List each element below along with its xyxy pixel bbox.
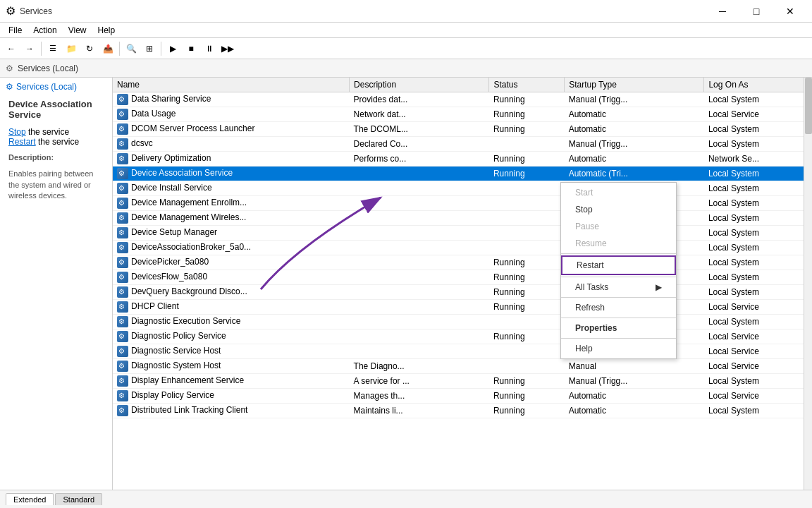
minimize-button[interactable]: ─	[706, 0, 739, 23]
table-container[interactable]: Name Description Status Startup Type Log…	[113, 78, 812, 490]
toolbar-resume[interactable]: ▶▶	[219, 40, 236, 57]
submenu-arrow: ▶	[656, 282, 662, 292]
description-label: Description:	[8, 152, 104, 163]
toolbar-forward[interactable]: →	[21, 40, 38, 57]
row-logon: Local Service	[704, 329, 812, 344]
row-startup: Automatic	[565, 152, 704, 167]
menu-view[interactable]: View	[63, 24, 92, 37]
toolbar-grid[interactable]: ⊞	[141, 40, 158, 57]
row-logon: Local Service	[704, 389, 812, 404]
toolbar-back[interactable]: ←	[3, 40, 20, 57]
ctx-stop[interactable]: Stop	[561, 201, 676, 218]
row-name: Device Management Enrollm...	[113, 196, 350, 211]
table-row[interactable]: Delivery OptimizationPerforms co...Runni…	[113, 152, 812, 167]
row-logon: Local System	[704, 255, 812, 270]
ctx-all-tasks[interactable]: All Tasks ▶	[561, 279, 676, 296]
table-row[interactable]: DevicePicker_5a080RunningManualLocal Sys…	[113, 255, 812, 270]
table-row[interactable]: Device Install ServiceManual (Trigg...Lo…	[113, 181, 812, 196]
toolbar-filter[interactable]: 🔍	[123, 40, 140, 57]
row-status: Running	[489, 122, 565, 137]
menu-action[interactable]: Action	[27, 24, 62, 37]
maximize-button[interactable]: □	[740, 0, 773, 23]
table-row[interactable]: Diagnostic Execution ServiceManual (Trig…	[113, 315, 812, 329]
row-logon: Local System	[704, 404, 812, 418]
table-row[interactable]: DevicesFlow_5a080RunningManualLocal Syst…	[113, 270, 812, 285]
tab-standard[interactable]: Standard	[55, 493, 102, 505]
scrollbar-thumb[interactable]	[805, 78, 812, 134]
window-controls: ─ □ ✕	[706, 0, 806, 23]
toolbar-list[interactable]: ☰	[44, 40, 61, 57]
row-description	[350, 211, 489, 226]
table-row[interactable]: DeviceAssociationBroker_5a0...ManualLoca…	[113, 241, 812, 255]
table-row[interactable]: DevQuery Background Disco...RunningManua…	[113, 285, 812, 300]
table-row[interactable]: Device Management Enrollm...ManualLocal …	[113, 196, 812, 211]
row-logon: Local Service	[704, 344, 812, 359]
row-logon: Local System	[704, 167, 812, 181]
col-logon[interactable]: Log On As	[704, 78, 812, 92]
row-description	[350, 167, 489, 181]
toolbar-export[interactable]: 📤	[99, 40, 116, 57]
row-startup: Automatic	[565, 122, 704, 137]
col-startup[interactable]: Startup Type	[565, 78, 704, 92]
toolbar-play[interactable]: ▶	[164, 40, 181, 57]
col-description[interactable]: Description	[350, 78, 489, 92]
table-row[interactable]: Data UsageNetwork dat...RunningAutomatic…	[113, 107, 812, 122]
toolbar-pause[interactable]: ⏸	[201, 40, 218, 57]
row-status	[489, 344, 565, 359]
row-startup: Automatic	[565, 389, 704, 404]
tab-extended[interactable]: Extended	[6, 493, 54, 505]
table-row[interactable]: Device Association ServiceRunningAutomat…	[113, 167, 812, 181]
ctx-help[interactable]: Help	[561, 340, 676, 357]
row-logon: Local System	[704, 196, 812, 211]
row-startup: Automatic (Tri...	[565, 167, 704, 181]
table-row[interactable]: DHCP ClientRunningAutomaticLocal Service	[113, 300, 812, 315]
table-row[interactable]: Data Sharing ServiceProvides dat...Runni…	[113, 92, 812, 107]
toolbar-stop[interactable]: ■	[183, 40, 199, 57]
toolbar-folder[interactable]: 📁	[63, 40, 80, 57]
scrollbar[interactable]	[804, 78, 812, 490]
toolbar-refresh[interactable]: ↻	[81, 40, 98, 57]
nav-label: Services (Local)	[16, 82, 77, 92]
table-row[interactable]: Diagnostic Policy ServiceRunningAutomati…	[113, 329, 812, 344]
service-icon	[117, 212, 128, 224]
ctx-resume[interactable]: Resume	[561, 235, 676, 252]
menu-file[interactable]: File	[3, 24, 27, 37]
row-description	[350, 285, 489, 300]
row-status	[489, 137, 565, 152]
service-icon	[117, 168, 128, 179]
toolbar: ← → ☰ 📁 ↻ 📤 🔍 ⊞ ▶ ■ ⏸ ▶▶	[0, 38, 812, 59]
table-row[interactable]: Distributed Link Tracking ClientMaintain…	[113, 404, 812, 418]
stop-link[interactable]: Stop	[8, 127, 26, 137]
row-name: DCOM Server Process Launcher	[113, 122, 350, 137]
service-icon	[117, 361, 128, 372]
row-name: Device Association Service	[113, 167, 350, 181]
table-row[interactable]: Diagnostic Service HostManualLocal Servi…	[113, 344, 812, 359]
col-status[interactable]: Status	[489, 78, 565, 92]
row-logon: Local Service	[704, 300, 812, 315]
table-row[interactable]: Display Policy ServiceManages th...Runni…	[113, 389, 812, 404]
restart-link[interactable]: Restart	[8, 137, 36, 147]
table-row[interactable]: Device Setup ManagerManual (Trigg...Loca…	[113, 226, 812, 241]
nav-services-local[interactable]: ⚙ Services (Local)	[3, 80, 109, 93]
row-name: Diagnostic Policy Service	[113, 329, 350, 344]
row-name: DHCP Client	[113, 300, 350, 315]
stop-link-line: Stop the service	[8, 127, 104, 137]
table-row[interactable]: Device Management Wireles...Manual (Trig…	[113, 211, 812, 226]
menu-bar: File Action View Help	[0, 23, 812, 38]
menu-help[interactable]: Help	[92, 24, 121, 37]
ctx-pause[interactable]: Pause	[561, 218, 676, 235]
table-row[interactable]: dcsvcDeclared Co...Manual (Trigg...Local…	[113, 137, 812, 152]
col-name[interactable]: Name	[113, 78, 350, 92]
close-button[interactable]: ✕	[774, 0, 806, 23]
ctx-restart[interactable]: Restart	[561, 255, 676, 275]
row-status	[489, 181, 565, 196]
ctx-refresh[interactable]: Refresh	[561, 299, 676, 316]
table-row[interactable]: Diagnostic System HostThe Diagno...Manua…	[113, 359, 812, 374]
table-row[interactable]: Display Enhancement ServiceA service for…	[113, 374, 812, 389]
address-path: Services (Local)	[18, 64, 78, 73]
table-row[interactable]: DCOM Server Process LauncherThe DCOML...…	[113, 122, 812, 137]
row-status: Running	[489, 270, 565, 285]
ctx-start[interactable]: Start	[561, 184, 676, 201]
ctx-properties[interactable]: Properties	[561, 320, 676, 337]
row-status	[489, 315, 565, 329]
